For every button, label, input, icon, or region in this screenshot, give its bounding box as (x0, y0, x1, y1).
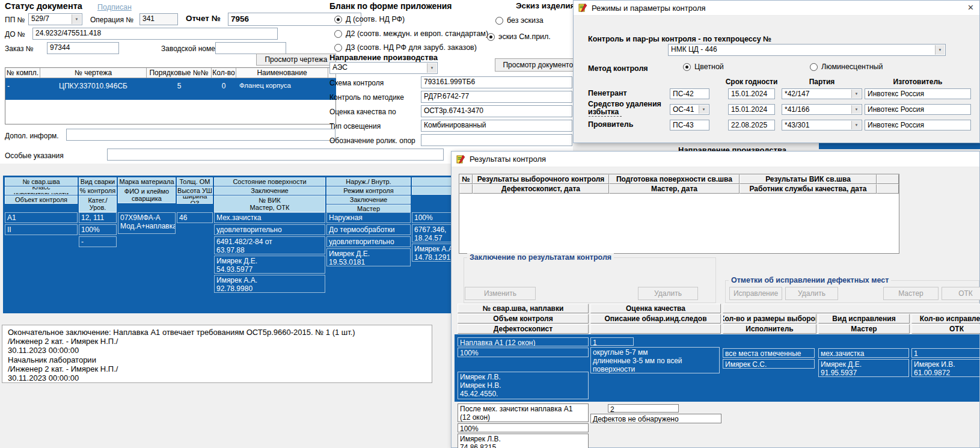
pp-combo[interactable]: 529/7 ▼ (28, 13, 82, 25)
reagent-name-0[interactable]: ПС-42 (670, 88, 709, 99)
weld-cell-c0-r0[interactable]: A1 (5, 212, 78, 223)
view-drawing-button[interactable]: Просмотр чертежа (256, 54, 336, 66)
parts-cell[interactable]: 5 (177, 82, 182, 90)
detail-cell-master[interactable]: Имярек Д.Е. 91.95.5937 (818, 359, 909, 377)
results-button-delete[interactable]: Удалить (638, 287, 698, 300)
blank-form-option-label-2[interactable]: Д3 (соотв. НД РФ для заруб. заказов) (346, 43, 477, 52)
parts-cell[interactable]: 0 (222, 82, 226, 90)
parts-cell[interactable]: Фланец корпуса (239, 82, 291, 89)
weld-cell-c4-r1[interactable]: удовлетворительно (214, 224, 325, 235)
weld-cell-c0-r1[interactable]: II (5, 224, 78, 235)
chevron-down-icon[interactable]: ▼ (851, 90, 861, 98)
detail-cell-indication-desc[interactable]: округлые 5-7 мм длиненные 3-5 мм по всей… (590, 347, 720, 373)
parts-cell[interactable]: ЦПКУ.337010.946СБ (59, 82, 127, 90)
detail-cell-otk[interactable]: Имярек И.В. 61.00.9872 (911, 359, 980, 377)
method-option-label-0[interactable]: Цветной (694, 63, 724, 71)
detail-row2-indication-desc[interactable]: Дефектов не обнаружено (590, 414, 721, 423)
method-option-radio-0[interactable] (683, 63, 691, 71)
reagent-name-2[interactable]: ПС-43 (670, 120, 709, 130)
reagent-manufacturer-0[interactable]: Инвотекс Россия (865, 88, 971, 99)
dop-inform-input[interactable] (66, 129, 335, 141)
blank-form-option-label-0[interactable]: Д (соотв. НД РФ) (346, 15, 405, 23)
params-titlebar[interactable]: Режимы и параметры контроля (574, 1, 979, 16)
direction-combo[interactable]: АЭС ▼ (329, 62, 438, 74)
detail-cell-repair-count[interactable]: 1 (911, 348, 980, 358)
parts-table-selected-row[interactable]: -ЦПКУ.337010.946СБ50Фланец корпуса (5, 78, 336, 100)
control-field-input-4[interactable] (421, 134, 572, 146)
blank-form-option-radio-1[interactable] (334, 30, 342, 38)
control-field-input-1[interactable]: РД7Р.6742-77 (421, 91, 572, 103)
blank-form-option-radio-0[interactable] (334, 16, 342, 23)
weld-cell-c1-r2[interactable]: - (79, 236, 117, 247)
chevron-down-icon[interactable]: ▼ (851, 105, 861, 114)
parts-cell[interactable]: - (7, 82, 10, 90)
special-input[interactable] (107, 149, 444, 161)
detail-cell-sample-size[interactable]: все места отмеченные (723, 348, 815, 358)
results-button-otk[interactable]: ОТК (942, 287, 980, 300)
chevron-down-icon[interactable]: ▼ (851, 121, 861, 129)
chevron-down-icon[interactable]: ▼ (935, 45, 945, 55)
control-field-input-0[interactable]: 793161.999ТБ6 (421, 76, 572, 88)
weld-cell-c6-r1[interactable]: 6767.346, 18.24.57 (412, 224, 451, 242)
weld-header-c0-r1: Класс чувствительности (5, 186, 78, 195)
detail-row2-volume[interactable]: 100% (458, 423, 589, 432)
blank-form-option-label-1[interactable]: Д2 (соотв. междун. и европ. стандартам) (346, 29, 488, 38)
results-button-edit[interactable]: Изменить (465, 287, 536, 300)
sketch-option-radio-1[interactable] (487, 33, 495, 41)
sketch-option-radio-0[interactable] (495, 17, 503, 25)
reagent-batch-2[interactable]: *43/301▼ (782, 120, 862, 130)
sketch-option-label-1[interactable]: эскиз См.прил. (498, 32, 551, 41)
detail-cell-volume[interactable]: 100% (458, 348, 589, 357)
control-field-input-3[interactable]: Комбинированный (421, 120, 572, 132)
detail-cell-quality[interactable]: 1 (590, 337, 634, 346)
techprocess-combo[interactable]: НМК ЦД - 446 ▼ (668, 44, 946, 56)
serial-input[interactable] (215, 42, 286, 54)
weld-cell-c4-r3[interactable]: Имярек Д.Е. 54.93.5977 (214, 256, 325, 274)
weld-cell-c6-r0[interactable]: 100% (412, 212, 451, 223)
reagent-manufacturer-1[interactable]: Инвотекс Россия (865, 104, 971, 115)
operation-input[interactable]: 341 (139, 13, 178, 25)
sketch-option-label-0[interactable]: без эскиза (507, 16, 544, 25)
reagent-expiry-0[interactable]: 15.01.2024 (728, 88, 775, 99)
detail-row2-defectoscopist[interactable]: Имярек Л.В. 74.86.8215 (458, 434, 589, 448)
close-icon[interactable]: ✕ (967, 3, 974, 12)
detail-cell-executor[interactable]: Имярек С.С. (723, 359, 815, 369)
weld-cell-c1-r1[interactable]: 100% (79, 224, 117, 235)
do-input[interactable]: 24.9232/475511.418 (32, 28, 278, 40)
chevron-down-icon[interactable]: ▼ (699, 105, 708, 114)
weld-cell-c6-r2[interactable]: Имярек А.А 14.78.1291 (412, 244, 451, 262)
reagent-expiry-1[interactable]: 15.01.2024 (728, 104, 775, 115)
weld-cell-c4-r4[interactable]: Имярек А.А. 92.78.9980 (214, 275, 325, 293)
control-field-input-2[interactable]: ОСТ3р.6741-3470 (421, 105, 572, 117)
results-button-repair[interactable]: Исправление (729, 287, 782, 300)
chevron-down-icon[interactable]: ▼ (427, 63, 436, 73)
detail-cell-weld-name[interactable]: Наплавка А1 (12 окон) (458, 337, 589, 346)
weld-cell-c4-r2[interactable]: 6491.482/2-84 от 63.97.88 (214, 236, 325, 254)
weld-cell-c4-r0[interactable]: Мех.зачистка (214, 212, 325, 223)
detail-cell-defectoscopist[interactable]: Имярек Л.В. Имярек Н.В. 45.42.4550. (458, 372, 589, 399)
weld-cell-c5-r3[interactable]: Имярек Д.Е. 19.53.0181 (326, 248, 411, 266)
detail-row2-quality[interactable]: 2 (608, 404, 679, 413)
method-option-radio-1[interactable] (810, 63, 818, 71)
order-input[interactable]: 97344 (47, 42, 119, 54)
reagent-batch-1[interactable]: *41/166▼ (782, 104, 862, 115)
weld-cell-c1-r0[interactable]: 12, 111 (79, 212, 117, 223)
reagent-manufacturer-2[interactable]: Инвотекс Россия (865, 120, 971, 130)
weld-cell-c2-r0[interactable]: 07Х9МФА-А Мод.А+наплавка (118, 212, 176, 234)
weld-cell-c5-r0[interactable]: Наружная (326, 212, 411, 223)
reagent-name-1[interactable]: ОС-41▼ (670, 104, 709, 115)
results-button-master[interactable]: Мастер (883, 287, 939, 300)
results-titlebar[interactable]: Результаты контроля (452, 152, 979, 167)
detail-row2-weld-name[interactable]: После мех. зачистки наплавка А1 (12 окон… (458, 404, 589, 422)
weld-cell-c5-r1[interactable]: До термообработки (326, 224, 411, 235)
signed-link[interactable]: Подписан (97, 3, 132, 11)
chevron-down-icon[interactable]: ▼ (72, 14, 81, 24)
detail-cell-repair-type[interactable]: мех.зачистка (818, 348, 909, 358)
weld-cell-c3-r0[interactable]: 46 (177, 212, 213, 223)
reagent-expiry-2[interactable]: 22.08.2025 (728, 120, 775, 130)
results-button-repair-delete[interactable]: Удалить (785, 287, 838, 300)
blank-form-option-radio-2[interactable] (334, 44, 342, 52)
method-option-label-1[interactable]: Люминесцентный (821, 63, 883, 71)
weld-cell-c5-r2[interactable]: удовлетворительно (326, 236, 411, 247)
reagent-batch-0[interactable]: *42/147▼ (782, 88, 862, 99)
